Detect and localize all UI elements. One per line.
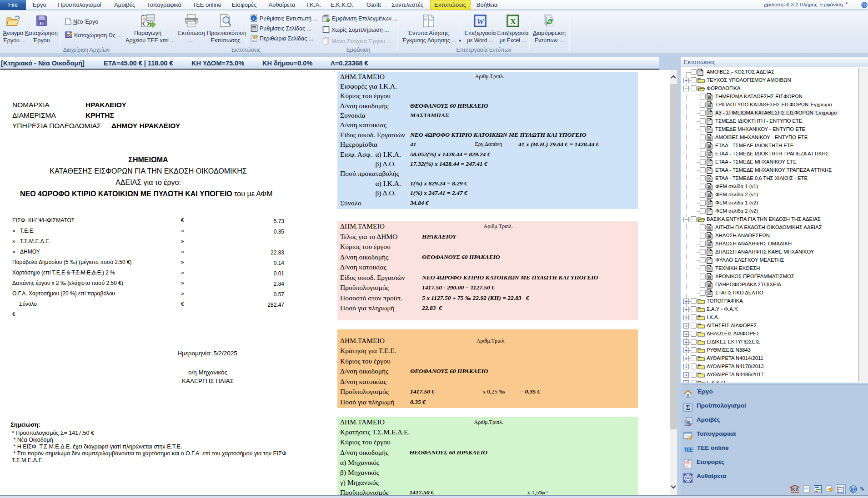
svg-text:?: ? bbox=[863, 3, 865, 7]
svg-text:?: ? bbox=[852, 486, 854, 492]
svg-text:IKA: IKA bbox=[791, 487, 798, 492]
